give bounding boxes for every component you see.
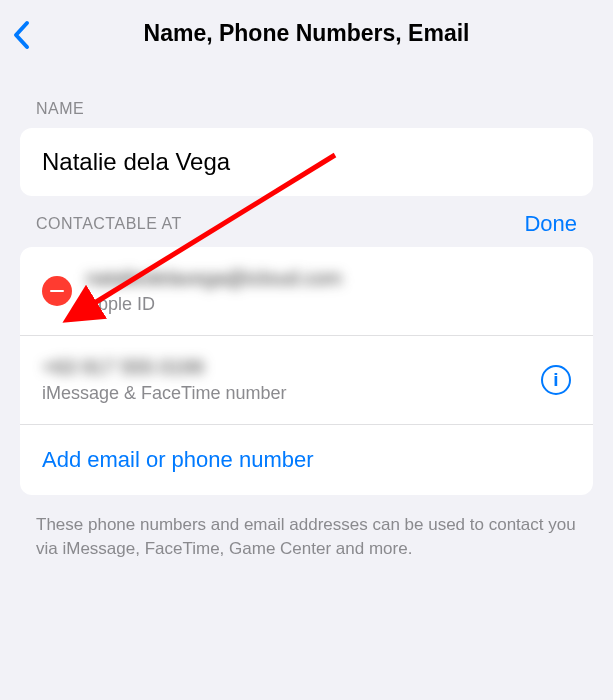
page-title: Name, Phone Numbers, Email (144, 20, 470, 47)
name-value[interactable]: Natalie dela Vega (20, 128, 593, 196)
contact-sub-label: iMessage & FaceTime number (42, 383, 531, 404)
blurred-phone: +63 917 555 0199 (42, 356, 531, 379)
info-icon: i (553, 369, 558, 391)
contact-content: +63 917 555 0199 iMessage & FaceTime num… (42, 356, 531, 404)
contact-item-apple-id[interactable]: nataliedelavega@icloud.com Apple ID (20, 247, 593, 336)
contact-item-phone[interactable]: +63 917 555 0199 iMessage & FaceTime num… (20, 336, 593, 425)
name-section-label: NAME (0, 72, 613, 128)
contactable-section-header: CONTACTABLE AT Done (0, 196, 613, 247)
info-button[interactable]: i (541, 365, 571, 395)
header: Name, Phone Numbers, Email (0, 0, 613, 72)
done-button[interactable]: Done (524, 211, 577, 237)
add-email-phone-button[interactable]: Add email or phone number (20, 425, 593, 495)
contact-sub-label: Apple ID (86, 294, 571, 315)
blurred-email: nataliedelavega@icloud.com (86, 267, 571, 290)
delete-button[interactable] (42, 276, 72, 306)
contact-content: nataliedelavega@icloud.com Apple ID (86, 267, 571, 315)
contactable-card: nataliedelavega@icloud.com Apple ID +63 … (20, 247, 593, 495)
footer-text: These phone numbers and email addresses … (0, 495, 613, 579)
contactable-section-label: CONTACTABLE AT (36, 215, 182, 233)
back-button[interactable] (12, 20, 32, 54)
chevron-left-icon (12, 20, 32, 50)
name-card: Natalie dela Vega (20, 128, 593, 196)
minus-icon (50, 290, 64, 293)
